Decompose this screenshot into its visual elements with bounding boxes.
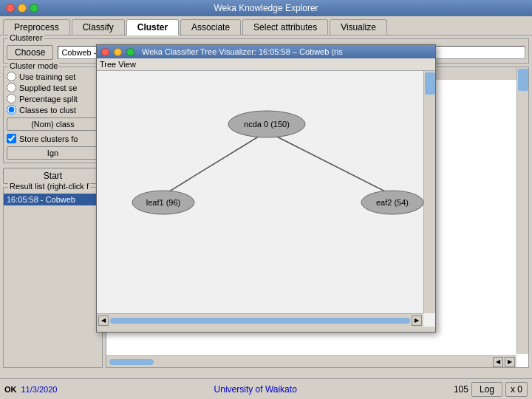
ignore-button[interactable]: Ign (7, 146, 99, 160)
radio-classes-input[interactable] (7, 105, 16, 115)
tree-title-bar: Weka Classifier Tree Visualizer: 16:05:5… (97, 45, 435, 58)
right-scrollbar[interactable] (516, 67, 528, 354)
window-controls (6, 4, 38, 13)
result-list-section: Result list (right-click f 16:05:58 - Co… (3, 187, 103, 368)
radio-supplied-test[interactable]: Supplied test se (7, 83, 99, 92)
tab-visualize[interactable]: Visualize (330, 19, 387, 35)
cluster-mode-label: Cluster mode (8, 61, 59, 70)
x-button[interactable]: x 0 (505, 382, 528, 397)
maximize-button[interactable] (30, 4, 38, 13)
window-title: Weka Knowledge Explorer (214, 3, 318, 13)
leaf2-label: eaf2 (54) (376, 198, 409, 207)
tree-visualizer-window: Weka Classifier Tree Visualizer: 16:05:5… (96, 44, 436, 332)
result-list-label: Result list (right-click f (8, 182, 90, 191)
close-button[interactable] (6, 4, 15, 13)
radio-classes-label: Classes to clust (19, 106, 76, 115)
radio-supplied-test-input[interactable] (7, 83, 16, 92)
tree-canvas: ncda 0 (150) leaf1 (96) eaf2 (54) ◀ ▶ (97, 71, 435, 327)
status-ok: OK (4, 385, 17, 394)
nom-class-button[interactable]: (Nom) class (7, 117, 99, 131)
leaf1-label: leaf1 (96) (146, 198, 180, 207)
minimize-button[interactable] (18, 4, 27, 13)
status-bar: OK 11/3/2020 University of Waikato 105 L… (0, 378, 532, 399)
tree-right-scrollbar[interactable] (423, 71, 435, 313)
svg-line-1 (267, 132, 392, 195)
scroll-right-btn[interactable]: ▶ (505, 357, 515, 367)
left-panel: Cluster mode Use training set Supplied t… (3, 66, 103, 368)
cluster-mode-section: Cluster mode Use training set Supplied t… (3, 66, 103, 163)
radio-classes-to-clust[interactable]: Classes to clust (7, 105, 99, 115)
result-list-item[interactable]: 16:05:58 - Cobweb (4, 194, 102, 205)
tree-visualizer-title: Weka Classifier Tree Visualizer: 16:05:5… (142, 47, 343, 56)
status-number: 105 (454, 384, 468, 395)
tree-view-label: Tree View (97, 58, 435, 71)
radio-percentage-split[interactable]: Percentage split (7, 94, 99, 103)
radio-use-training[interactable]: Use training set (7, 72, 99, 81)
tree-minimize-button[interactable] (114, 48, 122, 56)
tree-scroll-left-btn[interactable]: ◀ (98, 316, 109, 326)
tab-select-attributes[interactable]: Select attributes (242, 19, 328, 35)
tab-bar: Preprocess Classify Cluster Associate Se… (0, 16, 532, 35)
scroll-left-btn[interactable]: ◀ (493, 357, 503, 367)
tab-classify[interactable]: Classify (72, 19, 125, 35)
radio-supplied-test-label: Supplied test se (19, 83, 77, 92)
tree-maximize-button[interactable] (126, 48, 134, 56)
status-left: OK 11/3/2020 (4, 385, 57, 394)
bottom-scrollbar[interactable]: ◀ ▶ (106, 355, 516, 367)
radio-percentage-split-input[interactable] (7, 94, 16, 103)
root-node-label: ncda 0 (150) (244, 120, 290, 129)
tree-bottom-scrollbar[interactable]: ◀ ▶ (97, 313, 423, 327)
tree-scroll-right-btn[interactable]: ▶ (412, 316, 422, 326)
status-date: 11/3/2020 (21, 385, 58, 394)
clusterer-label: Clusterer (8, 33, 44, 42)
title-bar: Weka Knowledge Explorer (0, 0, 532, 16)
store-clusters-checkbox[interactable] (7, 134, 16, 143)
tab-associate[interactable]: Associate (180, 19, 241, 35)
store-clusters-label: Store clusters fo (19, 134, 78, 143)
tree-close-button[interactable] (101, 48, 109, 56)
radio-percentage-split-label: Percentage split (19, 95, 78, 103)
log-button[interactable]: Log (471, 382, 502, 397)
status-university: University of Waikato (214, 384, 297, 395)
store-clusters-row: Store clusters fo (7, 134, 99, 143)
tree-scroll-track (110, 318, 410, 324)
radio-use-training-input[interactable] (7, 72, 16, 81)
status-right: 105 Log x 0 (454, 382, 528, 397)
tab-preprocess[interactable]: Preprocess (3, 19, 70, 35)
radio-use-training-label: Use training set (19, 72, 75, 81)
choose-button[interactable]: Choose (7, 45, 53, 60)
svg-line-0 (163, 132, 267, 195)
tab-cluster[interactable]: Cluster (126, 19, 179, 35)
